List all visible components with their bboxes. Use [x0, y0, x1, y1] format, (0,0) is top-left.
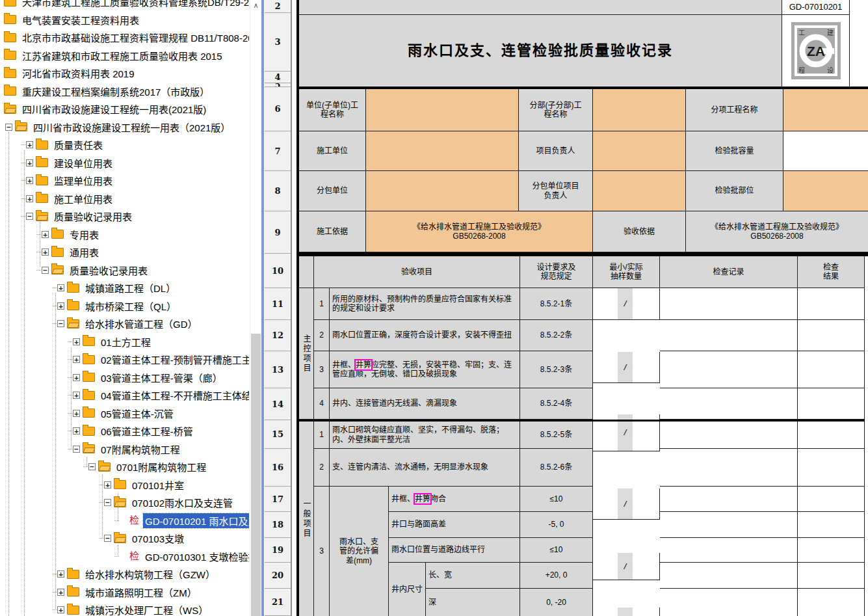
row-header[interactable]: 19 — [265, 538, 291, 563]
expander-minus-icon[interactable]: − — [104, 499, 111, 506]
tree-item-selected[interactable]: 检GD-07010201 雨水口及支 — [0, 512, 249, 530]
check-record-cell[interactable] — [660, 288, 798, 320]
tree-item[interactable]: +06管道主体工程-桥管 — [0, 422, 249, 440]
tree-item[interactable]: −0701附属构筑物工程 — [0, 458, 249, 476]
tree-item[interactable]: +通用表 — [0, 243, 249, 261]
expander-plus-icon[interactable]: + — [57, 284, 64, 291]
tree-item[interactable]: −070102雨水口及支连管 — [0, 494, 249, 512]
tree-item[interactable]: +质量责任表 — [0, 136, 249, 154]
check-result-cell[interactable] — [798, 288, 865, 320]
tree-item[interactable]: 重庆建设工程档案编制系统2017（市政版） — [0, 83, 249, 101]
expander-minus-icon[interactable]: − — [104, 535, 111, 542]
expander-minus-icon[interactable]: − — [26, 213, 33, 220]
input-batch-location[interactable] — [783, 171, 868, 211]
tree-item[interactable]: 河北省市政资料用表 2019 — [0, 64, 249, 83]
input-unit-name[interactable] — [366, 89, 519, 131]
expander-minus-icon[interactable]: − — [57, 320, 64, 327]
row-header[interactable]: 15 — [265, 420, 291, 449]
expander-plus-icon[interactable]: + — [26, 177, 33, 184]
expander-plus-icon[interactable]: + — [26, 195, 33, 202]
tree-item[interactable]: 四川省市政设施建设工程统一用表(2021版) — [0, 100, 249, 118]
tree-item[interactable]: 北京市市政基础设施工程资料管理规程 DB11/T808-20 — [0, 29, 249, 47]
check-result-cell[interactable] — [798, 538, 865, 563]
expander-plus-icon[interactable]: + — [73, 338, 80, 345]
expander-plus-icon[interactable]: + — [73, 427, 80, 435]
check-record-cell[interactable] — [660, 538, 798, 563]
value-construction-basis[interactable]: 《给水排水管道工程施工及验收规范》GB50268-2008 — [366, 211, 593, 252]
input-item-name[interactable] — [783, 89, 868, 131]
expander-plus-icon[interactable]: + — [73, 356, 80, 363]
row-header[interactable]: 10 — [265, 254, 291, 288]
expander-plus-icon[interactable]: + — [57, 606, 64, 613]
expander-plus-icon[interactable]: + — [104, 481, 111, 489]
expander-plus-icon[interactable]: + — [73, 410, 80, 417]
check-result-cell[interactable] — [798, 563, 865, 589]
expander-minus-icon[interactable]: − — [42, 267, 49, 274]
tree-item[interactable]: −07附属构筑物工程 — [0, 440, 249, 459]
tree-item[interactable]: +城市桥梁工程（QL） — [0, 297, 249, 315]
input-batch-capacity[interactable] — [783, 131, 868, 171]
check-record-cell[interactable] — [660, 449, 798, 487]
row-header[interactable]: 7 — [265, 131, 291, 171]
row-header[interactable]: 17 — [265, 487, 291, 512]
tree-item[interactable]: +城市道路照明工程（ZM） — [0, 583, 249, 602]
check-record-cell[interactable] — [660, 320, 798, 351]
input-subcontractor[interactable] — [366, 171, 519, 211]
tree-item[interactable]: −070103支墩 — [0, 529, 249, 548]
tree-item[interactable]: +城镇污水处理厂工程（WS） — [0, 601, 249, 616]
tree-scrollbar[interactable]: ∧ — [250, 0, 261, 616]
tree-item[interactable]: +专用表 — [0, 226, 249, 244]
tree-item[interactable]: +02管道主体工程-预制管开槽施工主体 — [0, 351, 249, 369]
scrollbar-thumb[interactable] — [251, 334, 261, 616]
row-header[interactable]: 13 — [265, 351, 291, 388]
input-constructor[interactable] — [366, 131, 519, 171]
check-result-cell[interactable] — [798, 422, 865, 449]
expander-plus-icon[interactable]: + — [42, 231, 49, 238]
expander-plus-icon[interactable]: + — [57, 589, 64, 596]
row-header[interactable]: 16 — [265, 449, 291, 487]
expander-minus-icon[interactable]: − — [5, 124, 12, 131]
row-header[interactable]: 20 — [265, 563, 291, 589]
check-result-cell[interactable] — [798, 487, 865, 512]
tree-item[interactable]: +监理单位用表 — [0, 172, 249, 190]
row-header[interactable]: 21 — [265, 589, 291, 616]
expander-plus-icon[interactable]: + — [73, 374, 80, 381]
input-subcontractor-pm[interactable] — [593, 171, 686, 211]
tree-item[interactable]: 检GD-07010301 支墩检验批 — [0, 548, 249, 566]
tree-item[interactable]: −给水排水管道工程（GD） — [0, 315, 249, 333]
check-record-cell[interactable] — [660, 351, 798, 388]
tree-item[interactable]: +城镇道路工程（DL） — [0, 279, 249, 297]
tree-item[interactable]: +给水排水构筑物工程（GZW） — [0, 565, 249, 583]
input-division-name[interactable] — [593, 89, 686, 131]
expander-plus-icon[interactable]: + — [26, 159, 33, 167]
check-result-cell[interactable] — [798, 388, 865, 420]
input-project-manager[interactable] — [593, 131, 686, 171]
tree-item[interactable]: +施工单位用表 — [0, 190, 249, 208]
scroll-up-arrow-icon[interactable]: ∧ — [250, 1, 261, 10]
tree-item[interactable]: −四川省市政设施建设工程统一用表（2021版） — [0, 118, 249, 137]
tree-item[interactable]: +04管道主体工程-不开槽施工主体结构 — [0, 386, 249, 405]
check-result-cell[interactable] — [798, 320, 865, 351]
tree-item[interactable]: −质量验收记录用表 — [0, 261, 249, 280]
check-record-cell[interactable] — [660, 563, 798, 589]
expander-minus-icon[interactable]: − — [88, 463, 96, 470]
check-result-cell[interactable] — [798, 351, 865, 388]
row-header[interactable]: 14 — [265, 388, 291, 420]
row-header[interactable]: 11 — [265, 288, 291, 320]
expander-plus-icon[interactable]: + — [57, 570, 64, 578]
check-result-cell[interactable] — [798, 449, 865, 487]
check-record-cell[interactable] — [660, 589, 798, 616]
row-header[interactable]: 6 — [265, 87, 291, 131]
expander-plus-icon[interactable]: + — [42, 248, 49, 256]
tree-item[interactable]: +05管道主体-沉管 — [0, 405, 249, 423]
tree-item[interactable]: −质量验收记录用表 — [0, 208, 249, 226]
row-header[interactable]: 4 — [265, 72, 291, 83]
tree-item[interactable]: 江苏省建筑和市政工程施工质量验收用表 2015 — [0, 47, 249, 65]
check-result-cell[interactable] — [798, 589, 865, 616]
expander-plus-icon[interactable]: + — [57, 302, 64, 310]
tree-item[interactable]: +建设单位用表 — [0, 154, 249, 172]
tree-item[interactable]: 电气装置安装工程资料用表 — [0, 11, 249, 29]
row-header[interactable]: 3 — [265, 13, 291, 72]
check-record-cell[interactable] — [660, 487, 798, 512]
panel-splitter[interactable] — [261, 0, 264, 616]
